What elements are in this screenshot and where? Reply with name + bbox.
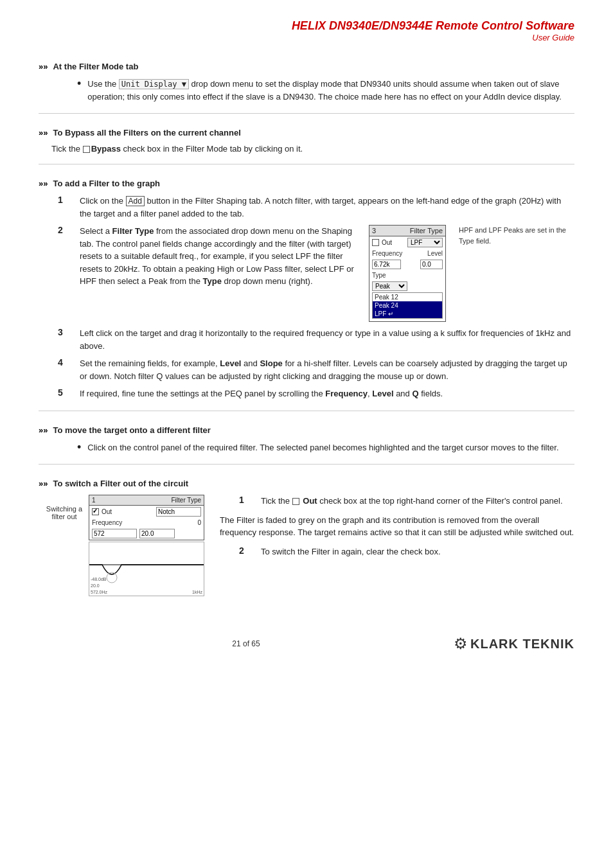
bullet-text-1: Use the Unit Display ▼ drop down menu to…: [87, 78, 574, 103]
section-bypass-filters: »» To Bypass all the Filters on the curr…: [39, 128, 574, 154]
add-button-ref: Add: [126, 196, 145, 206]
bypass-checkbox-icon: [83, 146, 90, 153]
filter-type-ref: Filter Type: [112, 226, 154, 236]
type-ref: Type: [202, 276, 221, 286]
logo-klark: KLARK: [470, 637, 519, 651]
sp-level-input[interactable]: [139, 529, 175, 538]
logo-gear-icon: ⚙: [454, 635, 468, 653]
header-subtitle: User Guide: [39, 33, 574, 42]
unit-display-control: Unit Display ▼: [119, 79, 189, 89]
graph-label-freq: 572.0Hz: [91, 590, 107, 594]
switch-filter-content: Switching afilter out 1 Filter Type ✓ Ou…: [45, 495, 574, 596]
logo-area: ⚙ KLARK TEKNIK: [454, 635, 574, 653]
fp-freq-value-row: [369, 258, 445, 270]
switch-step-1: 1 Tick the Out check box at the top righ…: [239, 495, 574, 508]
filter-note: HPF and LPF Peaks are set in the Type fi…: [459, 225, 574, 246]
sp-freq-input[interactable]: [92, 529, 137, 538]
graph-label-level: 20.0: [91, 583, 100, 588]
out-checkbox-ref: [292, 498, 299, 505]
section-move-target: »» To move the target onto a different f…: [39, 425, 574, 454]
fp-header: 3 Filter Type: [369, 226, 445, 236]
switch-filter-right: 1 Tick the Out check box at the top righ…: [220, 495, 574, 563]
bullet-text-move: Click on the control panel of the requir…: [87, 441, 574, 454]
switch-panel-with-label: Switching afilter out 1 Filter Type ✓ Ou…: [45, 495, 204, 596]
graph-label-neg: -48.0dB: [91, 577, 107, 581]
sp-freq-value-row: [89, 527, 204, 540]
step-5: 5 If required, fine tune the settings at…: [58, 387, 574, 400]
level-ref2: Level: [372, 389, 393, 398]
section-heading-2: To Bypass all the Filters on the current…: [53, 128, 240, 137]
arrow-icon-1: »»: [39, 62, 48, 71]
arrow-icon-4: »»: [39, 425, 48, 435]
fp-freq-input[interactable]: [372, 260, 401, 269]
arrow-icon-3: »»: [39, 179, 48, 188]
fp-type-select[interactable]: Peak: [372, 281, 407, 291]
add-filter-steps: 1 Click on the Add button in the Filter …: [58, 195, 574, 400]
step-num-1: 1: [58, 195, 76, 220]
section-switch-filter: »» To switch a Filter out of the circuit…: [39, 479, 574, 596]
sp-freq-label-row: Frequency 0: [89, 518, 204, 527]
page-number: 21 of 65: [232, 639, 260, 648]
switching-label: Switching afilter out: [45, 505, 84, 520]
fp-number: 3: [372, 227, 376, 235]
fp-out-label: Out: [382, 239, 392, 246]
switch-panel: 1 Filter Type ✓ Out: [89, 495, 204, 540]
step-2: 2 Select a Filter Type from the associat…: [58, 225, 574, 322]
fp-freq-row: Frequency Level: [369, 249, 445, 258]
fp-type-label: Type: [372, 272, 386, 279]
sp-out-row: ✓ Out: [89, 506, 204, 518]
fp-filter-type-label: Filter Type: [410, 227, 443, 235]
switch-step-2: 2 To switch the Filter in again, clear t…: [239, 545, 574, 558]
graph-label-khz: 1kHz: [192, 590, 202, 594]
bullet-item-1: • Use the Unit Display ▼ drop down menu …: [77, 78, 574, 103]
bullet-dot-1: •: [77, 78, 81, 103]
sp-out-checkbox[interactable]: ✓: [92, 508, 99, 515]
q-ref: Q: [412, 389, 418, 398]
fp-out-checkbox[interactable]: [372, 239, 379, 246]
step-4: 4 Set the remaining fields, for example,…: [58, 357, 574, 382]
fp-level-input[interactable]: [420, 260, 443, 269]
filter-panel: 3 Filter Type Out LPF: [369, 225, 446, 322]
step-text-1: Click on the Add button in the Filter Sh…: [80, 195, 574, 220]
step-text-4: Set the remaining fields, for example, L…: [80, 357, 574, 382]
sp-filter-type-input[interactable]: [156, 507, 201, 517]
step-num-4: 4: [58, 357, 76, 382]
fp-item-lpf[interactable]: LPF ↵: [373, 310, 442, 318]
switch-steps-2: 2 To switch the Filter in again, clear t…: [239, 545, 574, 558]
switch-step-num-2: 2: [239, 545, 257, 558]
out-label-ref: Out: [303, 496, 317, 506]
fp-dropdown-list: Peak 12 Peak 24 LPF ↵: [372, 292, 443, 319]
bypass-label: Bypass: [91, 144, 121, 154]
bullet-dot-move: •: [77, 441, 81, 454]
fp-type-row: Type: [369, 270, 445, 280]
switch-step-text-1: Tick the Out check box at the top right-…: [261, 495, 574, 508]
switch-step-text-2: To switch the Filter in again, clear the…: [261, 545, 574, 558]
fp-out-row: Out LPF: [369, 236, 445, 249]
sp-number: 1: [92, 497, 96, 504]
step-num-2: 2: [58, 225, 76, 322]
step-num-5: 5: [58, 387, 76, 400]
section-filter-mode-tab: »» At the Filter Mode tab • Use the Unit…: [39, 62, 574, 103]
switch-steps: 1 Tick the Out check box at the top righ…: [239, 495, 574, 508]
switch-filter-left: Switching afilter out 1 Filter Type ✓ Ou…: [45, 495, 204, 596]
graph-area: 572.0Hz 20.0 -48.0dB 1kHz: [89, 542, 204, 596]
logo-text: KLARK TEKNIK: [470, 637, 574, 651]
section-heading-3: To add a Filter to the graph: [53, 179, 160, 188]
fp-item-peak12[interactable]: Peak 12: [373, 293, 442, 301]
step-text-3: Left click on the target and drag it hor…: [80, 327, 574, 352]
sp-filter-type-label: Filter Type: [172, 497, 202, 504]
step-3: 3 Left click on the target and drag it h…: [58, 327, 574, 352]
fp-item-peak24[interactable]: Peak 24: [373, 301, 442, 310]
step-num-3: 3: [58, 327, 76, 352]
switch-panel-area: 1 Filter Type ✓ Out: [89, 495, 204, 596]
slope-ref: Slope: [260, 359, 282, 368]
fp-type-select-row: Peak: [369, 280, 445, 292]
arrow-icon-5: »»: [39, 479, 48, 488]
bullet-item-move: • Click on the control panel of the requ…: [77, 441, 574, 454]
section-heading-4: To move the target onto a different filt…: [53, 425, 210, 435]
fp-freq-label: Frequency: [372, 250, 402, 257]
section-add-filter: »» To add a Filter to the graph 1 Click …: [39, 179, 574, 400]
fp-filter-type-select[interactable]: LPF: [407, 238, 443, 247]
logo-teknik: TEKNIK: [523, 637, 574, 651]
sp-level-label-0: 0: [197, 519, 201, 526]
